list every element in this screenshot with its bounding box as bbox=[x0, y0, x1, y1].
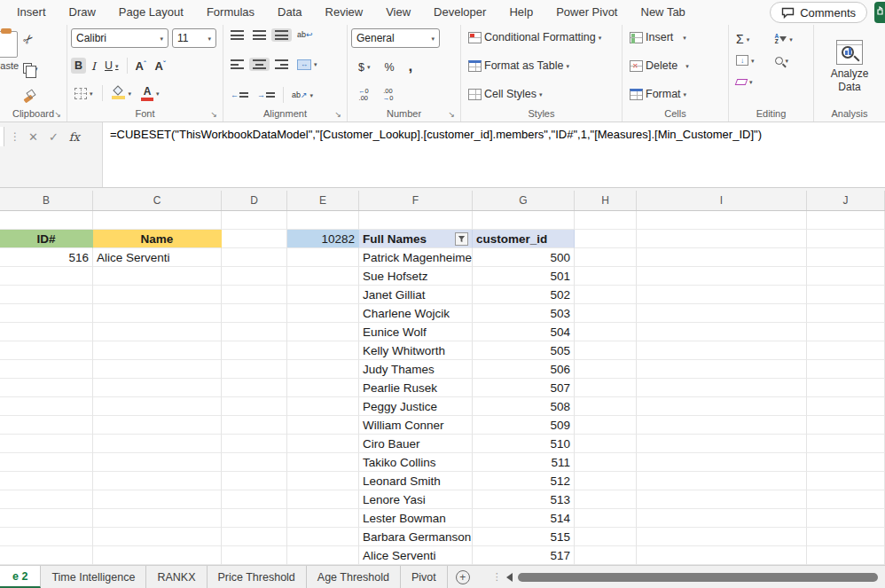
cell-empty[interactable] bbox=[0, 453, 93, 472]
cell-empty[interactable] bbox=[287, 528, 359, 546]
full-name-cell[interactable]: Takiko Collins bbox=[359, 453, 473, 472]
cell-empty[interactable] bbox=[807, 248, 885, 267]
autosum-button[interactable]: Σ▾ bbox=[732, 30, 771, 48]
cell-empty[interactable] bbox=[93, 397, 222, 416]
cell-empty[interactable] bbox=[807, 341, 885, 360]
cell-empty[interactable] bbox=[222, 528, 287, 546]
cell-empty[interactable] bbox=[222, 416, 287, 435]
cell-empty[interactable] bbox=[222, 453, 287, 472]
cell-empty[interactable] bbox=[0, 416, 93, 435]
ribbon-tab-insert[interactable]: Insert bbox=[5, 0, 58, 25]
cell-empty[interactable] bbox=[287, 490, 359, 509]
cell-empty[interactable] bbox=[637, 546, 807, 565]
cell-empty[interactable] bbox=[575, 341, 637, 360]
scroll-left-icon[interactable] bbox=[506, 573, 513, 582]
full-name-cell[interactable]: Barbara Germanson bbox=[359, 528, 473, 546]
cell-empty[interactable] bbox=[93, 546, 222, 565]
bottom-align-button[interactable] bbox=[271, 28, 292, 42]
customer-id-cell[interactable]: 512 bbox=[473, 472, 575, 490]
ribbon-tab-page-layout[interactable]: Page Layout bbox=[107, 0, 195, 25]
cell-empty[interactable] bbox=[575, 248, 637, 267]
cell-empty[interactable] bbox=[0, 472, 93, 490]
decrease-font-button[interactable]: Aˇ bbox=[152, 58, 169, 74]
customer-id-cell[interactable]: 510 bbox=[473, 435, 575, 453]
font-color-button[interactable]: A▾ bbox=[137, 84, 163, 103]
increase-font-button[interactable]: Aˆ bbox=[132, 58, 150, 74]
cell-empty[interactable] bbox=[637, 453, 807, 472]
increase-indent-button[interactable]: → bbox=[254, 90, 278, 101]
sheet-tab-rankx[interactable]: RANKX bbox=[146, 566, 207, 588]
cell-empty[interactable] bbox=[637, 267, 807, 286]
customer-id-cell[interactable]: 513 bbox=[473, 490, 575, 509]
cell-empty[interactable] bbox=[0, 286, 93, 304]
cell-empty[interactable] bbox=[807, 472, 885, 490]
cell-empty[interactable] bbox=[0, 379, 93, 397]
font-name-combobox[interactable]: Calibri▾ bbox=[71, 28, 168, 48]
dialog-launcher-icon[interactable]: ↘ bbox=[54, 111, 61, 119]
cell-empty[interactable] bbox=[807, 286, 885, 304]
full-name-cell[interactable]: Lester Bowman bbox=[359, 509, 473, 528]
cell-empty[interactable] bbox=[287, 248, 359, 267]
cell-empty[interactable] bbox=[807, 323, 885, 341]
ribbon-tab-developer[interactable]: Developer bbox=[422, 0, 497, 25]
column-header-B[interactable]: B bbox=[0, 191, 93, 210]
customer-id-cell[interactable]: 517 bbox=[473, 546, 575, 565]
full-name-cell[interactable]: Leonard Smith bbox=[359, 472, 473, 490]
cell-empty[interactable] bbox=[93, 267, 222, 286]
full-name-cell[interactable]: Charlene Wojcik bbox=[359, 304, 473, 323]
cell-empty[interactable] bbox=[807, 304, 885, 323]
cell-empty[interactable] bbox=[93, 472, 222, 490]
align-right-button[interactable] bbox=[271, 58, 292, 71]
cell-empty[interactable] bbox=[575, 267, 637, 286]
cell-empty[interactable] bbox=[637, 379, 807, 397]
cell-empty[interactable] bbox=[637, 230, 807, 248]
cut-button[interactable]: ✂ bbox=[20, 30, 42, 48]
customer-id-cell[interactable]: 503 bbox=[473, 304, 575, 323]
decrease-indent-button[interactable]: ← bbox=[227, 90, 252, 101]
drag-handle-icon[interactable]: ⋮ bbox=[10, 127, 20, 146]
number-format-combobox[interactable]: General▾ bbox=[351, 28, 440, 48]
cell-empty[interactable] bbox=[287, 267, 359, 286]
analyze-data-button[interactable]: Analyze Data bbox=[828, 40, 871, 94]
cell-empty[interactable] bbox=[93, 435, 222, 453]
cell-empty[interactable] bbox=[287, 211, 359, 230]
customer-id-cell[interactable]: 511 bbox=[473, 453, 575, 472]
cell-empty[interactable] bbox=[0, 304, 93, 323]
lookup-id-value-cell[interactable]: 516 bbox=[0, 248, 93, 267]
lookup-id-header-cell[interactable]: ID# bbox=[0, 230, 93, 248]
full-name-cell[interactable]: Kelly Whitworth bbox=[359, 341, 473, 360]
column-header-J[interactable]: J bbox=[807, 191, 885, 210]
merge-center-button[interactable]: ↔▾ bbox=[294, 58, 321, 72]
cell-empty[interactable] bbox=[807, 360, 885, 379]
customer-id-cell[interactable]: 500 bbox=[473, 248, 575, 267]
cell-empty[interactable] bbox=[807, 528, 885, 546]
cell-empty[interactable] bbox=[637, 248, 807, 267]
sheet-tab-time-intelligence[interactable]: Time Intelligence bbox=[41, 566, 146, 588]
cell-empty[interactable] bbox=[575, 211, 637, 230]
wrap-text-button[interactable]: ab↩ bbox=[294, 29, 317, 41]
cell-empty[interactable] bbox=[287, 304, 359, 323]
increase-decimal-button[interactable]: ←0.00 bbox=[355, 86, 372, 103]
cell-empty[interactable] bbox=[222, 360, 287, 379]
cell-empty[interactable] bbox=[637, 341, 807, 360]
cell-empty[interactable] bbox=[0, 435, 93, 453]
count-value-cell[interactable]: 10282 bbox=[287, 230, 359, 248]
customer-id-cell[interactable]: 506 bbox=[473, 360, 575, 379]
cell-empty[interactable] bbox=[222, 248, 287, 267]
cell-empty[interactable] bbox=[575, 230, 637, 248]
cell-empty[interactable] bbox=[93, 304, 222, 323]
ribbon-tab-help[interactable]: Help bbox=[497, 0, 544, 25]
cell-empty[interactable] bbox=[0, 267, 93, 286]
full-names-header-cell[interactable]: Full Names bbox=[359, 230, 473, 248]
full-name-cell[interactable]: Sue Hofsetz bbox=[359, 267, 473, 286]
format-cells-button[interactable]: Format▾ bbox=[626, 86, 724, 102]
cell-empty[interactable] bbox=[0, 360, 93, 379]
comma-style-button[interactable]: , bbox=[405, 60, 417, 73]
cell-empty[interactable] bbox=[93, 286, 222, 304]
cell-empty[interactable] bbox=[637, 397, 807, 416]
cell-empty[interactable] bbox=[287, 546, 359, 565]
cell-empty[interactable] bbox=[287, 341, 359, 360]
column-header-E[interactable]: E bbox=[287, 191, 359, 210]
middle-align-button[interactable] bbox=[249, 28, 270, 42]
cell-empty[interactable] bbox=[222, 341, 287, 360]
